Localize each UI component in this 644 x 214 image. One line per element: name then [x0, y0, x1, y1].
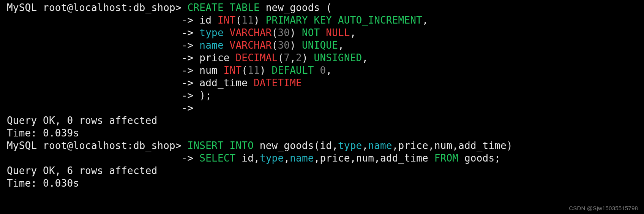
time-line: Time: 0.039s [7, 127, 79, 139]
keyword-decimal: DECIMAL [235, 52, 278, 63]
result-line: Query OK, 0 rows affected [7, 115, 157, 126]
col-add-time: add_time [199, 77, 248, 89]
keyword-varchar: VARCHAR [230, 27, 272, 38]
time-line: Time: 0.030s [7, 178, 79, 189]
prompt-line: MySQL root@localhost:db_shop> [7, 140, 182, 151]
keyword-null: NULL [326, 27, 350, 38]
keyword-unique: UNIQUE [302, 40, 338, 51]
keyword-insert-into: INSERT INTO [188, 140, 254, 151]
keyword-int: INT [218, 14, 236, 26]
keyword-not: NOT [302, 27, 320, 38]
terminal-output[interactable]: MySQL root@localhost:db_shop> CREATE TAB… [0, 0, 644, 192]
keyword-datetime: DATETIME [254, 77, 302, 89]
col-type: type [199, 27, 223, 38]
keyword-from: FROM [434, 152, 458, 164]
table-name: new_goods [266, 2, 320, 13]
keyword-auto-increment: AUTO_INCREMENT [338, 14, 422, 26]
col-id: id [199, 14, 212, 26]
col-price: price [199, 52, 229, 63]
col-num: num [199, 65, 218, 76]
keyword-primary-key: PRIMARY KEY [266, 14, 332, 26]
keyword-default: DEFAULT [272, 65, 314, 76]
continuation-arrow: -> [182, 14, 194, 26]
keyword-create-table: CREATE TABLE [188, 2, 260, 13]
prompt-line: MySQL root@localhost:db_shop> [7, 2, 188, 13]
keyword-unsigned: UNSIGNED [314, 52, 362, 63]
col-name: name [199, 40, 223, 51]
result-line: Query OK, 6 rows affected [7, 165, 157, 176]
keyword-select: SELECT [199, 152, 235, 164]
